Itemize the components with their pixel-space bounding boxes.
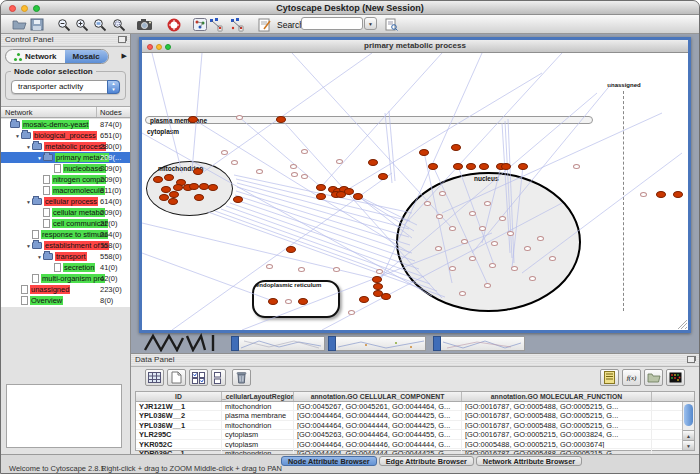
column-header[interactable]: annotation.GO CELLULAR_COMPONENT (294, 392, 462, 401)
help-icon[interactable] (166, 17, 182, 32)
expand-arrow-icon[interactable]: ▼ (25, 243, 32, 249)
network-node[interactable] (511, 266, 518, 271)
network-node[interactable] (451, 144, 461, 151)
network-node[interactable] (524, 246, 531, 251)
float-panel-icon[interactable] (118, 36, 126, 43)
expand-arrow-icon[interactable]: ▼ (25, 144, 32, 150)
tree-row[interactable]: nitrogen compo209(0) (1, 174, 130, 185)
column-header[interactable]: annotation.GO MOLECULAR_FUNCTION (462, 392, 652, 401)
network-node[interactable] (573, 164, 580, 169)
attribute-table[interactable]: ID_cellularLayoutRegionannotation.GO CEL… (135, 391, 695, 451)
vizmap-icon[interactable] (192, 17, 208, 32)
search-options-icon[interactable] (383, 17, 399, 32)
network-node[interactable] (529, 276, 536, 281)
search-dropdown-icon[interactable]: ▼ (364, 17, 377, 30)
table-row[interactable]: YPL036W__2plasma membrane[GO:0044464, GO… (136, 411, 694, 420)
network-node[interactable] (499, 216, 506, 221)
expand-arrow-icon[interactable]: ▼ (36, 254, 43, 260)
zoom-fit-icon[interactable] (111, 17, 127, 32)
network-node[interactable] (449, 226, 456, 231)
network-node[interactable] (435, 246, 442, 251)
network-node[interactable] (336, 159, 343, 164)
resize-grip-icon[interactable] (678, 320, 687, 329)
scroll-up-icon[interactable]: ▲ (683, 430, 694, 440)
snapshot-icon[interactable] (137, 17, 153, 32)
tree-row[interactable]: ▼transport558(0) (1, 251, 130, 262)
unselect-attributes-icon[interactable] (211, 369, 226, 386)
network-node[interactable] (301, 149, 308, 154)
tree-row[interactable]: multi-organism pro42(0) (1, 273, 130, 284)
network-node[interactable] (491, 241, 498, 246)
minimized-window-thumbnail[interactable] (231, 336, 325, 351)
tree-row[interactable]: ▼biological_process651(0) (1, 130, 130, 141)
network-canvas[interactable]: plasma membrane cytoplasm mitochondrion … (142, 53, 688, 330)
network-node[interactable] (373, 283, 383, 290)
network-node[interactable] (484, 283, 491, 288)
network-node[interactable] (518, 163, 528, 170)
tab-edge-attribute-browser[interactable]: Edge Attribute Browser (379, 456, 474, 466)
network-node[interactable] (291, 172, 298, 177)
network-node[interactable] (266, 264, 273, 269)
tree-row[interactable]: ▼metabolic process280(0) (1, 141, 130, 152)
table-scrollbar[interactable]: ▲ ▼ (682, 402, 694, 450)
node-color-dropdown[interactable]: transporter activity ▲▼ (11, 80, 120, 94)
network-node[interactable] (173, 184, 183, 191)
network-node[interactable] (286, 246, 296, 253)
network-node[interactable] (640, 192, 647, 197)
network-node[interactable] (469, 256, 476, 261)
zoom-out-icon[interactable] (56, 17, 72, 32)
network-node[interactable] (469, 211, 476, 216)
network-window-titlebar[interactable]: primary metabolic process (142, 40, 688, 53)
tab-network-attribute-browser[interactable]: Network Attribute Browser (476, 456, 582, 466)
network-node[interactable] (673, 191, 683, 198)
birds-eye-view[interactable] (6, 384, 122, 448)
minimized-window-thumbnail[interactable] (433, 336, 525, 351)
table-row[interactable]: YJR121W__1mitochondrion[GO:0045267, GO:0… (136, 402, 694, 411)
network-node[interactable] (376, 269, 383, 274)
matrix-icon[interactable] (666, 369, 685, 386)
network-node[interactable] (428, 163, 438, 170)
select-all-icon[interactable] (145, 369, 164, 386)
network-node[interactable] (221, 150, 228, 155)
table-row[interactable]: YKR052Ccytoplasm[GO:0044464, GO:0044446,… (136, 440, 694, 449)
import-icon[interactable] (644, 369, 663, 386)
tab-node-attribute-browser[interactable]: Node Attribute Browser (281, 456, 377, 466)
network-node[interactable] (231, 160, 238, 165)
network-node[interactable] (348, 310, 355, 315)
network-node[interactable] (236, 115, 243, 120)
network-node[interactable] (256, 169, 263, 174)
network-node[interactable] (439, 191, 446, 196)
network-node[interactable] (193, 168, 203, 175)
network-node[interactable] (479, 163, 489, 170)
network-node[interactable] (381, 293, 391, 300)
tab-overflow-icon[interactable]: ▶ (122, 52, 127, 60)
network-node[interactable] (153, 176, 163, 183)
network-node[interactable] (501, 163, 511, 170)
open-icon[interactable] (11, 17, 27, 32)
tree-row[interactable]: ▼establishment of lo558(0) (1, 240, 130, 251)
network-node[interactable] (489, 263, 496, 268)
network-node[interactable] (549, 256, 556, 261)
network-node[interactable] (285, 299, 292, 304)
tree-row[interactable]: cellular metabo209(0) (1, 207, 130, 218)
network-node[interactable] (188, 116, 198, 123)
network-node[interactable] (298, 267, 305, 272)
network-node[interactable] (268, 298, 278, 305)
network-node[interactable] (537, 236, 544, 241)
network-node[interactable] (316, 193, 326, 200)
network-node[interactable] (449, 266, 456, 271)
network-node[interactable] (164, 174, 174, 181)
network-node[interactable] (189, 183, 199, 190)
network-node[interactable] (316, 184, 326, 191)
network-node[interactable] (484, 201, 491, 206)
network-node[interactable] (359, 296, 369, 303)
tab-network[interactable]: Network (6, 50, 65, 63)
tree-row[interactable]: nucleobase-209(0) (1, 163, 130, 174)
network-node[interactable] (436, 214, 443, 219)
float-panel-icon[interactable] (687, 356, 695, 363)
minimized-window-thumbnail[interactable] (328, 336, 426, 351)
new-attribute-icon[interactable] (167, 369, 186, 386)
network-node[interactable] (368, 159, 378, 166)
zoom-selected-icon[interactable] (92, 17, 108, 32)
save-icon[interactable] (29, 17, 45, 32)
